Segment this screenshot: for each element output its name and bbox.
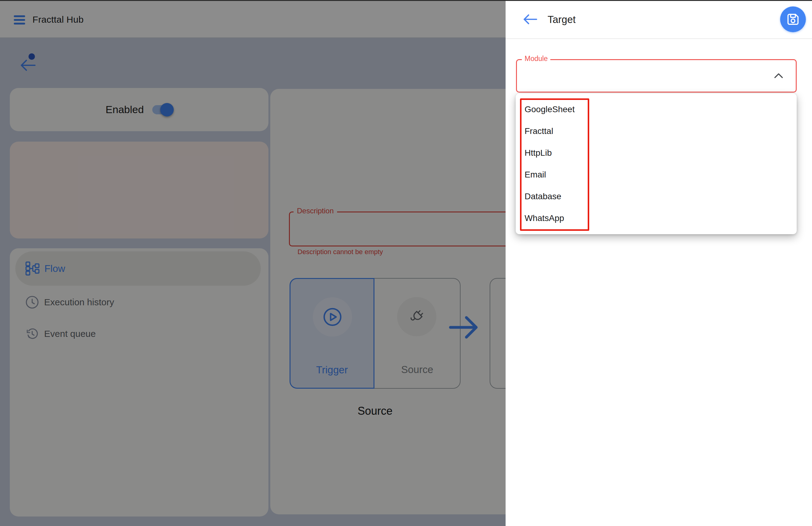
drawer-back-arrow-icon[interactable]	[522, 12, 539, 26]
chevron-up-icon[interactable]	[774, 73, 783, 79]
option-httplib[interactable]: HttpLib	[516, 142, 797, 164]
drawer-title: Target	[548, 0, 576, 39]
option-fracttal[interactable]: Fracttal	[516, 120, 797, 142]
option-database[interactable]: Database	[516, 185, 797, 207]
module-options-popup: GoogleSheet Fracttal HttpLib Email Datab…	[516, 94, 797, 234]
module-select-label: Module	[522, 55, 550, 63]
option-whatsapp[interactable]: WhatsApp	[516, 207, 797, 229]
option-googlesheet[interactable]: GoogleSheet	[516, 98, 797, 120]
window-top-edge	[0, 0, 812, 1]
target-drawer: Target Module GoogleSheet Fracttal HttpL…	[506, 0, 812, 526]
save-floppy-icon	[786, 12, 800, 26]
save-button[interactable]	[780, 6, 806, 32]
option-email[interactable]: Email	[516, 164, 797, 185]
module-select[interactable]	[516, 59, 797, 93]
drawer-header: Target	[506, 0, 812, 39]
